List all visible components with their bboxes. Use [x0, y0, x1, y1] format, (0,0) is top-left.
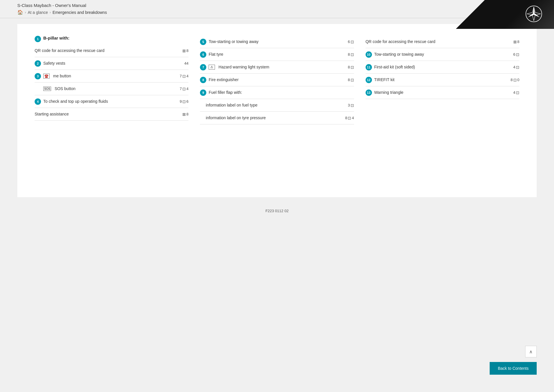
- item-page: ⊠8: [182, 112, 188, 117]
- section-b-pillar: 1 B-pillar with:: [35, 36, 188, 42]
- manual-title: S-Class Maybach - Owner's Manual: [17, 3, 537, 8]
- badge-3: 3: [35, 73, 41, 79]
- section-b-pillar-title: B-pillar with:: [43, 36, 70, 40]
- badge-1: 1: [35, 36, 41, 42]
- doc-code: F223 0112 02: [265, 209, 289, 213]
- list-item[interactable]: QR code for accessing the rescue card ⊠8: [35, 44, 188, 57]
- page-icon: ⊡: [351, 40, 354, 44]
- list-item[interactable]: information label on fuel type 3⊡: [200, 99, 354, 112]
- page-icon: ⊡: [516, 65, 519, 70]
- list-item[interactable]: 10 Tow-starting or towing away 6⊡: [366, 48, 519, 61]
- list-item[interactable]: SOS SOS button 7⊡4: [35, 83, 188, 95]
- list-item[interactable]: 9 Fuel filler flap with:: [200, 86, 354, 99]
- main-content: 1 B-pillar with: QR code for accessing t…: [17, 24, 537, 197]
- badge-2: 2: [35, 60, 41, 67]
- item-label: Safety vests: [43, 61, 65, 66]
- item-page: 7⊡4: [180, 74, 188, 79]
- item-label: TIREFIT kit: [374, 77, 395, 82]
- page-icon: ⊡: [182, 74, 186, 79]
- page-icon: ⊡: [351, 103, 354, 108]
- item-label: Starting assistance: [35, 111, 69, 117]
- item-label: QR code for accessing the rescue card: [35, 48, 104, 53]
- item-page: 6⊡: [513, 52, 519, 57]
- list-item[interactable]: Starting assistance ⊠8: [35, 108, 188, 121]
- list-item[interactable]: 4 To check and top up operating fluids 9…: [35, 95, 188, 108]
- page-icon: ⊡: [513, 78, 517, 82]
- item-page: ⊠8: [513, 40, 519, 44]
- badge-4: 4: [35, 98, 41, 105]
- list-item[interactable]: 12 TIREFIT kit 8⊡0: [366, 74, 519, 86]
- list-item[interactable]: 8 Fire extinguisher 8⊡: [200, 74, 354, 86]
- page-icon: ⊠: [182, 112, 186, 117]
- page-icon: ⊡: [351, 52, 354, 57]
- item-label: Fuel filler flap with:: [209, 90, 242, 95]
- list-item[interactable]: 11 First-aid kit (soft sided) 4⊡: [366, 61, 519, 74]
- badge-8: 8: [200, 77, 206, 83]
- badge-13: 13: [366, 89, 372, 96]
- column-3: QR code for accessing the rescue card ⊠8…: [366, 36, 519, 124]
- hazard-warning-icon: ⚠: [209, 65, 215, 70]
- breadcrumb-at-a-glance[interactable]: At a glance: [28, 10, 48, 15]
- list-item[interactable]: 7 ⚠ Hazard warning light system 8⊡: [200, 61, 354, 74]
- item-page: ⊠8: [182, 48, 188, 53]
- badge-5: 5: [200, 39, 206, 45]
- item-label: me button: [53, 73, 71, 79]
- item-label: Fire extinguisher: [209, 77, 239, 82]
- back-to-contents-button[interactable]: Back to Contents: [490, 362, 537, 375]
- breadcrumb: 🏠 › At a glance › Emergencies and breakd…: [17, 10, 537, 15]
- home-icon[interactable]: 🏠: [17, 10, 23, 15]
- page-icon: ⊡: [348, 116, 351, 120]
- list-item[interactable]: 5 Tow-starting or towing away 6⊡: [200, 36, 354, 48]
- mercedes-logo: [525, 5, 542, 23]
- me-button-icon: ☎️: [43, 74, 50, 79]
- list-item[interactable]: 2 Safety vests 44: [35, 57, 188, 70]
- svg-point-1: [533, 13, 535, 15]
- item-page: 6⊡: [348, 40, 354, 44]
- item-label: First-aid kit (soft sided): [374, 64, 415, 70]
- item-page: 9⊡6: [180, 99, 188, 104]
- item-page: 3⊡: [348, 103, 354, 108]
- item-label: SOS button: [55, 86, 75, 91]
- column-1: 1 B-pillar with: QR code for accessing t…: [35, 36, 188, 124]
- page-icon: ⊠: [513, 40, 517, 44]
- sos-button-icon: SOS: [43, 87, 51, 91]
- badge-12: 12: [366, 77, 372, 83]
- list-item[interactable]: 13 Warning triangle 4⊡: [366, 86, 519, 99]
- item-label: Tow-starting or towing away: [374, 52, 424, 57]
- item-page: 4⊡: [513, 90, 519, 95]
- item-page: 4⊡: [513, 65, 519, 70]
- scroll-up-button[interactable]: ∧: [525, 346, 537, 357]
- badge-10: 10: [366, 51, 372, 58]
- page-icon: ⊡: [182, 99, 186, 104]
- item-page: 7⊡4: [180, 87, 188, 91]
- item-label: information label on fuel type: [206, 102, 257, 108]
- columns-container: 1 B-pillar with: QR code for accessing t…: [35, 36, 519, 124]
- breadcrumb-arrow-1: ›: [25, 10, 26, 14]
- badge-6: 6: [200, 51, 206, 58]
- page-icon: ⊡: [516, 52, 519, 57]
- page-icon: ⊡: [351, 65, 354, 70]
- list-item[interactable]: QR code for accessing the rescue card ⊠8: [366, 36, 519, 48]
- item-label: Hazard warning light system: [218, 64, 269, 70]
- item-page: 8⊡4: [345, 116, 354, 120]
- list-item[interactable]: 6 Flat tyre 8⊡: [200, 48, 354, 61]
- item-page: 44: [184, 61, 188, 66]
- item-label: To check and top up operating fluids: [43, 99, 108, 104]
- item-label: Warning triangle: [374, 90, 403, 95]
- list-item[interactable]: information label on tyre pressure 8⊡4: [200, 112, 354, 124]
- page-icon: ⊡: [516, 90, 519, 95]
- item-label: information label on tyre pressure: [206, 115, 266, 120]
- item-page: 8⊡: [348, 52, 354, 57]
- page-icon: ⊡: [182, 87, 186, 91]
- badge-11: 11: [366, 64, 372, 70]
- list-item[interactable]: 3 ☎️ me button 7⊡4: [35, 70, 188, 83]
- item-label: Flat tyre: [209, 52, 223, 57]
- column-2: 5 Tow-starting or towing away 6⊡ 6 Flat …: [200, 36, 354, 124]
- item-page: 8⊡0: [511, 78, 519, 82]
- breadcrumb-current: Emergencies and breakdowns: [53, 10, 107, 15]
- item-page: 8⊡: [348, 78, 354, 82]
- breadcrumb-arrow-2: ›: [50, 10, 51, 14]
- item-label: QR code for accessing the rescue card: [366, 39, 435, 44]
- item-label: Tow-starting or towing away: [209, 39, 259, 44]
- footer: F223 0112 02: [0, 203, 554, 219]
